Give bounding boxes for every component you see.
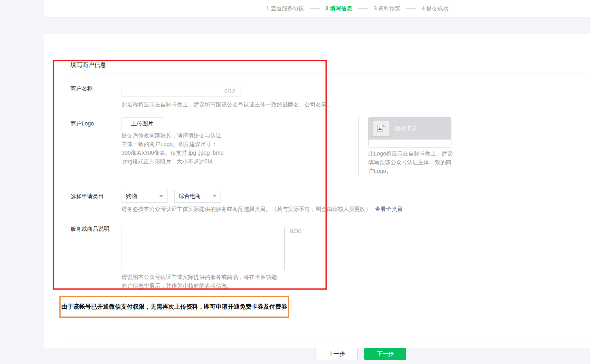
next-step-button[interactable]: 下一步: [364, 348, 406, 360]
description-textarea-wrap: [122, 227, 285, 270]
description-counter: 0/30: [290, 228, 301, 234]
category-label: 选择申请类目: [70, 193, 104, 200]
merchant-name-counter: 0/12: [225, 88, 235, 94]
section-title: 填写商户信息: [70, 61, 106, 69]
payment-notice-box: 由于该帐号已开通微信支付权限，无需再次上传资料，即可申请开通免费卡券及付费券: [59, 296, 289, 318]
description-label: 服务或商品说明: [70, 226, 109, 233]
merchant-name-label: 商户名称: [70, 85, 93, 92]
merchant-name-input-wrap: 0/12: [122, 85, 240, 97]
view-all-categories-link[interactable]: 查看全类目: [375, 206, 403, 212]
chevron-down-icon: [213, 195, 217, 197]
step-dash: [406, 8, 416, 9]
payment-notice-text: 由于该帐号已开通微信支付权限，无需再次上传资料，即可申请开通免费卡券及付费券: [61, 303, 287, 311]
footer-divider: [70, 339, 590, 339]
upload-image-button[interactable]: 上传图片: [122, 118, 163, 130]
category-help-row: 请务必按本公众号认证主体实际提供的服务或商品选择类目。（若与实际不符，则会由审核…: [122, 205, 403, 213]
broken-image-icon: [377, 125, 385, 133]
card-preview: 微信卡券: [368, 117, 451, 140]
merchant-logo-help: 提交后修改周期较长，请谨慎提交与认证主体一致的商户Logo。图片建议尺寸：300…: [122, 131, 225, 166]
logo-placeholder: [373, 121, 389, 136]
step-2-fill-info: 2 填写信息: [325, 5, 352, 12]
merchant-name-help: 此名称将显示在自制卡券上，建议填写跟该公众号认证主体一致的品牌名、公司名等。: [122, 100, 332, 109]
category-primary-value: 购物: [126, 193, 156, 200]
top-bar: 1 查看服务协议 2 填写信息 3 资料预览 4 提交成功: [44, 0, 590, 17]
category-secondary-select[interactable]: 综合电商: [174, 190, 221, 203]
description-textarea[interactable]: [122, 227, 284, 270]
preview-card-title: 微信卡券: [395, 125, 417, 132]
category-primary-select[interactable]: 购物: [122, 190, 167, 203]
section-divider: [70, 74, 590, 74]
previous-step-button[interactable]: 上一步: [316, 348, 358, 360]
main-content-card: 填写商户信息 商户名称 0/12 此名称将显示在自制卡券上，建议填写跟该公众号认…: [44, 34, 590, 348]
chevron-down-icon: [159, 195, 163, 197]
description-help: 请说明本公众号认证主体实际提供的服务或商品，将在卡券功能-商户信息中展示，并作为…: [122, 273, 284, 290]
category-secondary-value: 综合电商: [179, 193, 209, 200]
step-dash: [310, 8, 320, 9]
step-4-success: 4 提交成功: [422, 5, 449, 12]
step-dash: [358, 8, 368, 9]
progress-stepper: 1 查看服务协议 2 填写信息 3 资料预览 4 提交成功: [266, 0, 449, 17]
step-3-preview: 3 资料预览: [373, 5, 400, 12]
preview-help-text: 此Logo将显示在自制卡券上，建议填写跟该公众号认证主体一致的商户Logo。: [368, 149, 455, 175]
step-1-view-agreement: 1 查看服务协议: [266, 5, 304, 12]
merchant-logo-label: 商户Logo: [70, 120, 94, 127]
merchant-name-input[interactable]: [127, 88, 225, 94]
preview-divider: [358, 117, 359, 176]
preview-card-body: [368, 139, 451, 148]
category-help: 请务必按本公众号认证主体实际提供的服务或商品选择类目。（若与实际不符，则会由审核…: [122, 206, 371, 212]
